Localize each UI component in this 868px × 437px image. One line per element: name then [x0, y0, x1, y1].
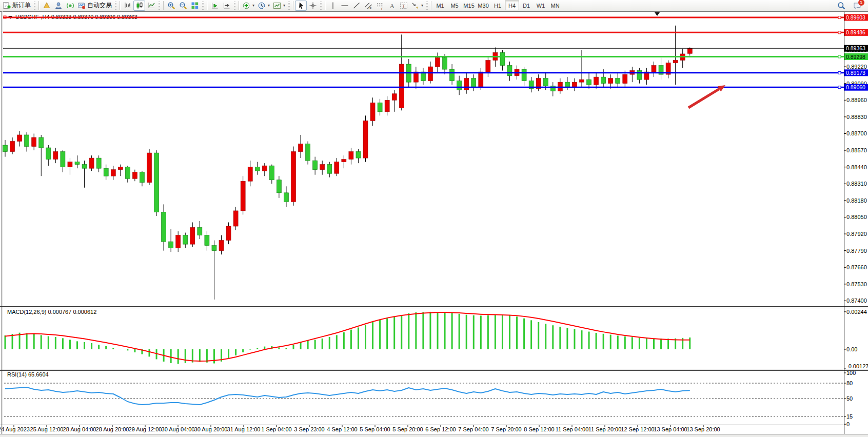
- candle-body: [608, 78, 613, 84]
- candle-body: [356, 152, 361, 158]
- chat-button[interactable]: 1: [851, 1, 863, 11]
- hline-icon: [341, 2, 349, 10]
- text-label-button[interactable]: T: [398, 1, 409, 11]
- channel-button[interactable]: E: [362, 1, 374, 11]
- tf-d1[interactable]: D1: [519, 1, 534, 10]
- time-label: 11 Sep 20:00: [588, 426, 622, 432]
- candle-body: [132, 172, 137, 179]
- svg-text:15: 15: [846, 413, 853, 420]
- zoom-in-button[interactable]: [165, 1, 177, 11]
- new-order-button[interactable]: 新订单: [1, 1, 32, 11]
- toolbar-separator: [431, 1, 431, 10]
- chart-shift-button[interactable]: [221, 1, 232, 11]
- candle-body: [500, 52, 505, 65]
- svg-text:0.88440: 0.88440: [846, 164, 867, 170]
- tf-m5[interactable]: M5: [447, 1, 462, 10]
- signals-button[interactable]: [64, 1, 76, 11]
- price-line-handle[interactable]: [838, 86, 841, 89]
- price-tag-0.89486: 0.89486: [844, 29, 868, 36]
- arrows-button[interactable]: ▾: [409, 1, 425, 11]
- candle-body: [327, 165, 332, 174]
- dropdown-caret-icon: ▾: [268, 3, 270, 8]
- tile-windows-icon: [191, 2, 199, 10]
- svg-text:E: E: [369, 7, 371, 10]
- periods-button[interactable]: ▾: [256, 1, 271, 11]
- chart-window[interactable]: 0.896100.894800.893500.892200.890900.889…: [0, 0, 868, 437]
- crosshair-button[interactable]: [307, 1, 319, 11]
- toolbar-separator: [293, 1, 293, 10]
- bars-chart-button[interactable]: [122, 1, 133, 11]
- indicators-button[interactable]: ▾: [241, 1, 256, 11]
- toolbar-separator: [38, 1, 39, 10]
- candle-body: [241, 181, 245, 211]
- candle-body: [486, 61, 490, 72]
- candle-body: [299, 144, 303, 152]
- fibonacci-button[interactable]: F: [374, 1, 386, 11]
- tf-m30[interactable]: M30: [476, 1, 490, 10]
- candle-body: [507, 66, 512, 76]
- svg-text:0.89603: 0.89603: [846, 14, 865, 21]
- profile-button[interactable]: [52, 1, 64, 11]
- line-chart-button[interactable]: [145, 1, 157, 11]
- text-icon: A: [388, 2, 396, 10]
- candles-chart-button[interactable]: [133, 1, 145, 11]
- tf-m1[interactable]: M1: [433, 1, 447, 10]
- trendline-button[interactable]: [350, 1, 362, 11]
- cursor-icon: [297, 2, 305, 10]
- candle-body: [25, 135, 29, 147]
- tf-m15-label: M15: [463, 3, 474, 9]
- toolbar-grip: [426, 2, 428, 10]
- zoom-out-button[interactable]: [177, 1, 189, 11]
- dropdown-caret-icon: ▾: [421, 3, 423, 8]
- svg-text:100: 100: [846, 370, 856, 376]
- price-tag-0.89298: 0.89298: [844, 53, 868, 60]
- price-line-handle[interactable]: [838, 31, 841, 34]
- arrows-icon: [411, 2, 419, 10]
- candle-body: [284, 193, 288, 202]
- text-button[interactable]: A: [386, 1, 398, 11]
- tf-h4-label: H4: [508, 3, 516, 9]
- candle-body: [291, 152, 296, 202]
- candle-body: [342, 160, 346, 162]
- vline-icon: [329, 2, 337, 10]
- toolbar-grip: [34, 2, 35, 10]
- tf-h4[interactable]: H4: [505, 1, 519, 10]
- candle-body: [147, 153, 152, 183]
- candle-body: [479, 72, 483, 87]
- candle-body: [363, 121, 368, 158]
- vertical-line-button[interactable]: [327, 1, 339, 11]
- candle-body: [522, 69, 526, 81]
- price-line-handle[interactable]: [838, 55, 841, 58]
- autotrade-button[interactable]: 自动交易: [76, 1, 113, 11]
- tf-m15[interactable]: M15: [462, 1, 476, 10]
- toolbar: 新订单自动交易▾▾▾EFAT▾M1M5M15M30H1H4D1W1MN1: [0, 0, 868, 11]
- candle-body: [32, 137, 36, 147]
- templates-button[interactable]: ▾: [271, 1, 287, 11]
- auto-scroll-button[interactable]: [209, 1, 221, 11]
- price-line-handle[interactable]: [838, 16, 841, 19]
- candle-body: [10, 142, 15, 152]
- time-label: 25 Aug 12:00: [30, 426, 64, 432]
- svg-text:0.00: 0.00: [846, 346, 857, 352]
- search-button[interactable]: [835, 1, 847, 11]
- candle-body: [471, 78, 476, 88]
- tf-mn[interactable]: MN: [548, 1, 562, 10]
- horizontal-line-button[interactable]: [339, 1, 350, 11]
- tf-h1[interactable]: H1: [490, 1, 505, 10]
- candles-icon: [135, 2, 144, 10]
- price-line-handle[interactable]: [838, 71, 841, 74]
- candle-body: [183, 235, 188, 245]
- candle-body: [687, 48, 692, 53]
- time-axis[interactable]: 24 Aug 202325 Aug 12:0028 Aug 04:0028 Au…: [0, 425, 720, 433]
- tf-h1-label: H1: [494, 3, 501, 9]
- indicators-icon: [242, 2, 250, 10]
- cursor-button[interactable]: [295, 1, 307, 11]
- tile-windows-button[interactable]: [189, 1, 201, 11]
- tf-w1[interactable]: W1: [534, 1, 548, 10]
- mql-button[interactable]: [41, 1, 52, 11]
- candle-body: [436, 58, 440, 67]
- svg-text:0.88700: 0.88700: [846, 130, 867, 136]
- candle-body: [464, 78, 469, 90]
- time-label: 28 Aug 04:00: [63, 426, 96, 432]
- candle-body: [572, 82, 577, 87]
